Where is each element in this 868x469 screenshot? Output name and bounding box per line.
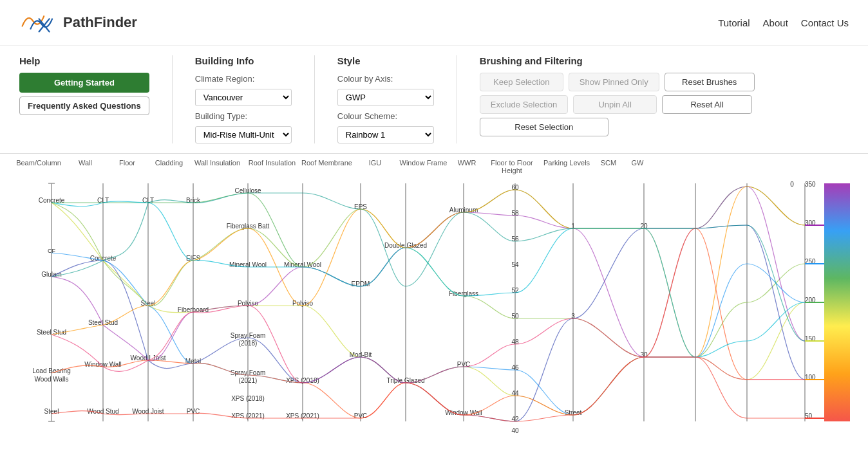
colour-by-axis-label: Colour by Axis: xyxy=(337,74,434,84)
building-info-title: Building Info xyxy=(195,55,292,66)
brushing-row-1: Keep Selection Show Pinned Only Reset Br… xyxy=(480,73,755,91)
axis-floor-height: Floor to Floor Height xyxy=(483,159,541,174)
svg-text:Load Bearing: Load Bearing xyxy=(32,367,71,374)
axis-window-frame: Window Frame xyxy=(396,159,451,174)
axis-scm: SCM xyxy=(592,159,625,174)
axis-wall-insulation: Wall Insulation xyxy=(190,159,245,174)
axis-gwp: GW xyxy=(625,159,650,174)
faq-button[interactable]: Frequently Asked Questions xyxy=(19,97,149,115)
controls-bar: Help Getting Started Frequently Asked Qu… xyxy=(0,46,868,154)
axis-wwr: WWR xyxy=(451,159,483,174)
building-info-group: Building Info Climate Region: Vancouver … xyxy=(195,55,292,143)
climate-region-select[interactable]: Vancouver Toronto Calgary xyxy=(195,89,292,106)
show-pinned-only-button[interactable]: Show Pinned Only xyxy=(569,73,659,91)
axis-floor: Floor xyxy=(106,159,148,174)
brushing-group: Brushing and Filtering Keep Selection Sh… xyxy=(480,55,755,136)
axis-igu: IGU xyxy=(354,159,396,174)
brushing-title: Brushing and Filtering xyxy=(480,55,755,66)
building-type-label: Building Type: xyxy=(195,111,292,121)
axis-parking: Parking Levels xyxy=(541,159,592,174)
axis-headers: Beam/Column Wall Floor Cladding Wall Ins… xyxy=(0,154,868,177)
axis-beam-column: Beam/Column xyxy=(13,159,64,174)
reset-all-button[interactable]: Reset All xyxy=(662,95,752,114)
colour-scheme-label: Colour Scheme: xyxy=(337,111,434,121)
header: PathFinder Tutorial About Contact Us xyxy=(0,0,868,46)
nav-links: Tutorial About Contact Us xyxy=(718,17,849,28)
svg-text:350: 350 xyxy=(805,181,816,188)
chart-svg: Concrete Glulam Steel Stud Load Bearing … xyxy=(13,177,856,434)
nav-about[interactable]: About xyxy=(763,17,788,28)
svg-rect-86 xyxy=(824,183,850,421)
nav-contact[interactable]: Contact Us xyxy=(801,17,849,28)
reset-selection-button[interactable]: Reset Selection xyxy=(480,118,609,136)
divider-3 xyxy=(457,55,457,143)
svg-text:XPS (2018): XPS (2018) xyxy=(231,395,265,402)
parallel-coords-chart: Concrete Glulam Steel Stud Load Bearing … xyxy=(0,177,868,434)
building-type-select[interactable]: Mid-Rise Multi-Unit High-Rise Low-Rise xyxy=(195,126,292,143)
divider-2 xyxy=(314,55,315,143)
axis-wall: Wall xyxy=(64,159,106,174)
svg-text:(2021): (2021) xyxy=(239,377,258,384)
axis-cladding: Cladding xyxy=(148,159,190,174)
help-title: Help xyxy=(19,55,149,66)
help-group: Help Getting Started Frequently Asked Qu… xyxy=(19,55,149,115)
svg-text:Steel: Steel xyxy=(44,408,59,415)
svg-text:0: 0 xyxy=(790,181,794,188)
logo-area: PathFinder xyxy=(19,6,137,39)
style-title: Style xyxy=(337,55,434,66)
reset-brushes-button[interactable]: Reset Brushes xyxy=(665,73,755,91)
colour-by-axis-select[interactable]: GWP Cost xyxy=(337,89,434,106)
exclude-selection-button[interactable]: Exclude Selection xyxy=(480,95,568,114)
climate-label: Climate Region: xyxy=(195,74,292,84)
unpin-all-button[interactable]: Unpin All xyxy=(573,95,657,114)
axis-roof-insulation: Roof Insulation xyxy=(245,159,299,174)
style-group: Style Colour by Axis: GWP Cost Colour Sc… xyxy=(337,55,434,143)
keep-selection-button[interactable]: Keep Selection xyxy=(480,73,563,91)
axis-header-row: Beam/Column Wall Floor Cladding Wall Ins… xyxy=(13,159,855,174)
brushing-row-3: Reset Selection xyxy=(480,118,755,136)
nav-tutorial[interactable]: Tutorial xyxy=(718,17,750,28)
logo-text: PathFinder xyxy=(63,14,137,31)
svg-text:Wood Walls: Wood Walls xyxy=(35,376,69,383)
divider-1 xyxy=(172,55,173,143)
svg-text:(2018): (2018) xyxy=(239,340,258,347)
getting-started-button[interactable]: Getting Started xyxy=(19,73,149,93)
axis-roof-membrane: Roof Membrane xyxy=(299,159,354,174)
logo-icon xyxy=(19,6,58,39)
colour-scheme-select[interactable]: Rainbow 1 Rainbow 2 Viridis xyxy=(337,126,434,143)
svg-text:54: 54 xyxy=(511,261,519,268)
brushing-row-2: Exclude Selection Unpin All Reset All xyxy=(480,95,755,114)
svg-text:40: 40 xyxy=(511,427,519,434)
